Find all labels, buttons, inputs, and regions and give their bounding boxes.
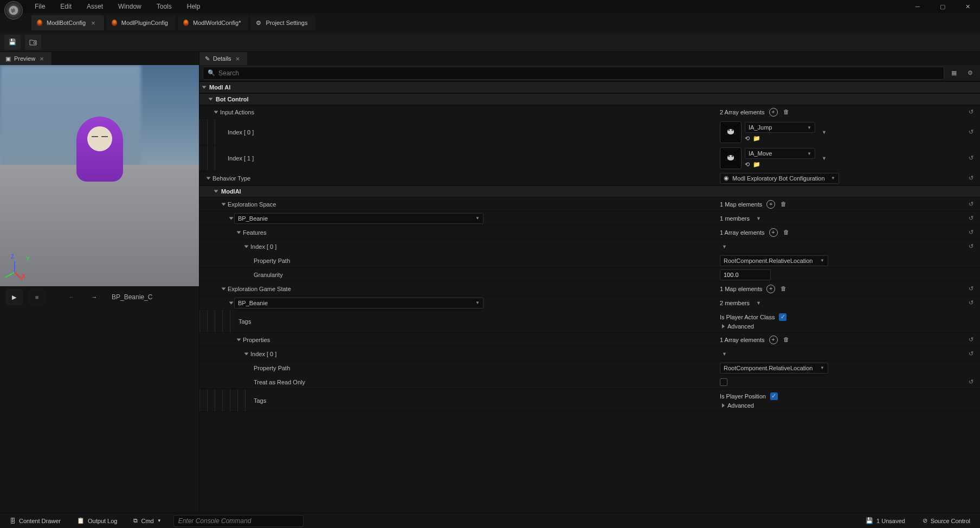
preview-tab[interactable]: ▣ Preview × <box>0 52 51 65</box>
unreal-logo <box>4 1 23 20</box>
delete-element-button[interactable]: 🗑 <box>783 336 791 344</box>
play-button[interactable]: ▶ <box>5 289 23 305</box>
chevron-down-icon[interactable]: ▼ <box>754 214 763 223</box>
gear-icon[interactable]: ⚙ <box>964 67 977 80</box>
property-path-combo[interactable]: RootComponent.RelativeLocation▼ <box>720 363 828 374</box>
use-selected-icon[interactable]: ⟲ <box>745 161 750 168</box>
output-log-button[interactable]: 📋Output Log <box>73 515 121 526</box>
content-drawer-button[interactable]: 🗄Content Drawer <box>5 516 65 526</box>
category-modlai-sub[interactable]: ModlAI <box>199 185 980 197</box>
browse-button[interactable] <box>25 35 41 50</box>
reset-button[interactable]: ↺ <box>966 349 976 359</box>
minimize-button[interactable]: ─ <box>905 0 930 13</box>
menu-tools[interactable]: Tools <box>149 1 179 12</box>
row-bp-beanie-2: BP_Beanie▼ 2 members▼ ↺ <box>199 296 980 310</box>
browse-icon[interactable]: 📁 <box>753 135 760 142</box>
menu-file[interactable]: File <box>27 1 53 12</box>
checkbox-is-player-actor[interactable]: ✓ <box>779 313 786 321</box>
array-count: 1 Array elements <box>720 337 765 343</box>
reset-button[interactable]: ↺ <box>966 377 976 387</box>
advanced-toggle[interactable]: Advanced <box>720 323 754 330</box>
cmd-dropdown[interactable]: ⧉Cmd ▼ <box>129 515 165 526</box>
row-properties: Properties 1 Array elements +🗑 ↺ <box>199 333 980 347</box>
chevron-down-icon[interactable]: ▼ <box>820 153 829 163</box>
grid-icon[interactable]: ▦ <box>947 67 960 80</box>
checkbox-is-player-position[interactable]: ✓ <box>770 392 778 400</box>
reset-button[interactable]: ↺ <box>966 107 976 117</box>
search-input[interactable]: 🔍 <box>203 67 944 80</box>
tab-project-settings[interactable]: ⚙ Project Settings <box>250 15 315 30</box>
asset-combo[interactable]: IA_Jump▼ <box>745 122 815 133</box>
tab-modlbotconfig[interactable]: ModlBotConfig × <box>31 15 104 30</box>
add-element-button[interactable]: + <box>769 228 778 237</box>
property-path-combo[interactable]: RootComponent.RelativeLocation▼ <box>720 255 828 266</box>
chevron-down-icon[interactable]: ▼ <box>754 298 763 308</box>
reset-button[interactable]: ↺ <box>966 153 976 163</box>
maximize-button[interactable]: ▢ <box>930 0 955 13</box>
prev-button[interactable]: ← <box>63 289 80 305</box>
checkbox-treat-read-only[interactable] <box>720 378 727 386</box>
advanced-toggle[interactable]: Advanced <box>720 402 754 409</box>
class-combo[interactable]: BP_Beanie▼ <box>234 213 483 224</box>
viewport[interactable]: ZYX <box>0 65 199 286</box>
members-count: 1 members <box>720 215 750 222</box>
row-exploration-game-state: Exploration Game State 1 Map elements +🗑… <box>199 282 980 296</box>
is-player-actor-class-label: Is Player Actor Class <box>720 314 775 320</box>
row-behavior-type: Behavior Type ◉ Modl Exploratory Bot Con… <box>199 171 980 185</box>
next-button[interactable]: → <box>86 289 103 305</box>
add-element-button[interactable]: + <box>766 200 775 209</box>
asset-combo[interactable]: IA_Move▼ <box>745 148 815 159</box>
delete-element-button[interactable]: 🗑 <box>783 229 791 236</box>
class-combo[interactable]: BP_Beanie▼ <box>234 298 483 308</box>
close-button[interactable]: ✕ <box>955 0 980 13</box>
close-icon[interactable]: × <box>38 55 45 63</box>
reset-button[interactable]: ↺ <box>966 214 976 223</box>
console-field[interactable] <box>178 517 299 525</box>
toolbar: 💾 <box>0 33 980 52</box>
category-modl-ai[interactable]: Modl AI <box>199 81 980 93</box>
reset-button[interactable]: ↺ <box>966 284 976 294</box>
tab-modlworldconfig[interactable]: ModlWorldConfig* <box>178 15 248 30</box>
details-body[interactable]: Modl AI Bot Control Input Actions 2 Arra… <box>199 81 980 513</box>
source-control-button[interactable]: ⊘Source Control <box>918 515 975 526</box>
chevron-down-icon[interactable]: ▼ <box>820 127 829 137</box>
map-count: 1 Map elements <box>720 201 762 208</box>
close-icon[interactable]: × <box>235 55 241 63</box>
row-tags-2: Tags Is Player Position✓ Advanced <box>199 389 980 412</box>
use-selected-icon[interactable]: ⟲ <box>745 135 750 142</box>
granularity-input[interactable]: 100.0 <box>720 269 771 280</box>
details-tab[interactable]: ✎ Details × <box>199 52 247 65</box>
menu-window[interactable]: Window <box>111 1 149 12</box>
reset-button[interactable]: ↺ <box>966 173 976 183</box>
chevron-down-icon[interactable]: ▼ <box>720 242 729 252</box>
reset-button[interactable]: ↺ <box>966 298 976 308</box>
console-input[interactable] <box>173 515 304 527</box>
behavior-combo[interactable]: ◉ Modl Exploratory Bot Configuration▼ <box>720 173 839 184</box>
delete-element-button[interactable]: 🗑 <box>781 201 788 208</box>
close-icon[interactable]: × <box>90 19 96 27</box>
reset-button[interactable]: ↺ <box>966 228 976 237</box>
browse-icon[interactable]: 📁 <box>753 161 760 168</box>
menu-edit[interactable]: Edit <box>53 1 79 12</box>
character-mesh <box>76 117 123 182</box>
reset-button[interactable]: ↺ <box>966 242 976 252</box>
unsaved-button[interactable]: 💾1 Unsaved <box>861 515 910 526</box>
search-field[interactable] <box>218 69 939 77</box>
chevron-down-icon[interactable]: ▼ <box>720 349 729 359</box>
add-element-button[interactable]: + <box>769 336 778 344</box>
axis-gizmo: ZYX <box>8 255 31 279</box>
reset-button[interactable]: ↺ <box>966 335 976 345</box>
stop-button[interactable]: ■ <box>28 289 46 305</box>
menu-asset[interactable]: Asset <box>79 1 111 12</box>
menu-help[interactable]: Help <box>179 1 208 12</box>
reset-button[interactable]: ↺ <box>966 127 976 137</box>
delete-element-button[interactable]: 🗑 <box>781 285 788 293</box>
delete-element-button[interactable]: 🗑 <box>783 108 791 116</box>
tab-modlpluginconfig[interactable]: ModlPluginConfig <box>106 15 176 30</box>
row-features: Features 1 Array elements +🗑 ↺ <box>199 226 980 240</box>
add-element-button[interactable]: + <box>766 285 775 293</box>
category-bot-control[interactable]: Bot Control <box>199 93 980 105</box>
add-element-button[interactable]: + <box>769 108 778 117</box>
save-button[interactable]: 💾 <box>4 35 21 50</box>
reset-button[interactable]: ↺ <box>966 199 976 209</box>
